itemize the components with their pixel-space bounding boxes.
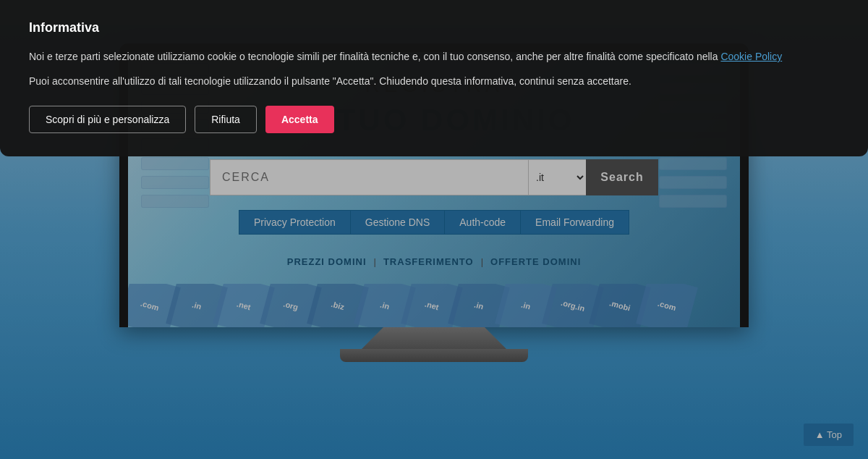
cookie-overlay: Informativa Noi e terze parti selezionat…	[0, 0, 868, 459]
rifiuta-button[interactable]: Rifiuta	[195, 106, 257, 133]
cookie-policy-link[interactable]: Cookie Policy	[720, 51, 782, 62]
cookie-buttons: Scopri di più e personalizza Rifiuta Acc…	[29, 106, 839, 133]
cookie-title: Informativa	[29, 20, 839, 35]
cookie-text-1: Noi e terze parti selezionate utilizziam…	[29, 49, 839, 64]
accetta-button[interactable]: Accetta	[265, 106, 334, 133]
cookie-text-2: Puoi acconsentire all'utilizzo di tali t…	[29, 73, 839, 89]
scopri-button[interactable]: Scopri di più e personalizza	[29, 106, 186, 133]
page-background: REGISTRA IL TUO DOMINIO .it .com .net .o…	[0, 0, 868, 459]
cookie-banner: Informativa Noi e terze parti selezionat…	[0, 0, 868, 156]
cookie-text-part1: Noi e terze parti selezionate utilizziam…	[29, 51, 718, 62]
